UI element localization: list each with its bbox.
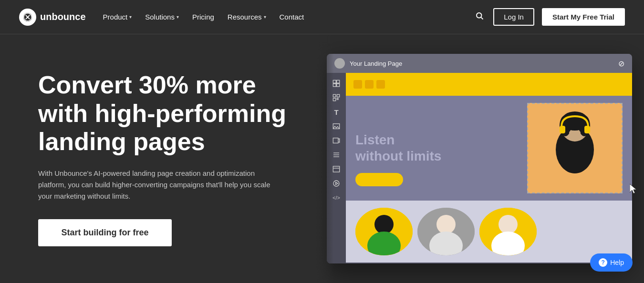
- nav-item-solutions[interactable]: Solutions ▾: [145, 13, 179, 21]
- chevron-icon: ▾: [129, 14, 132, 20]
- login-button[interactable]: Log In: [493, 8, 534, 26]
- canvas-image-box: [527, 103, 623, 193]
- svg-rect-13: [333, 138, 338, 143]
- svg-rect-27: [584, 126, 590, 133]
- tool-image[interactable]: [329, 120, 343, 133]
- nav-item-product[interactable]: Product ▾: [103, 13, 132, 21]
- svg-rect-26: [560, 126, 565, 133]
- cta-button[interactable]: Start building for free: [38, 219, 172, 246]
- svg-point-34: [436, 215, 456, 234]
- builder-titlebar: Your Landing Page ⊘: [327, 54, 632, 73]
- thumbnail-3: [479, 208, 537, 255]
- person-image: [528, 104, 622, 192]
- tool-video[interactable]: [329, 134, 343, 147]
- logo-icon: [19, 9, 36, 26]
- canvas-text-area: Listenwithout limits: [355, 132, 527, 164]
- thumbnail-2: [417, 208, 475, 255]
- svg-rect-6: [333, 84, 336, 87]
- nav-link-resources[interactable]: Resources ▾: [228, 13, 266, 21]
- svg-point-31: [374, 215, 394, 234]
- nav-link-solutions[interactable]: Solutions ▾: [145, 13, 179, 21]
- svg-rect-11: [337, 98, 338, 100]
- dot-2: [365, 80, 374, 89]
- svg-point-37: [499, 215, 518, 234]
- svg-rect-9: [337, 94, 339, 97]
- svg-point-2: [477, 13, 482, 18]
- svg-rect-8: [333, 94, 335, 97]
- avatar: [334, 58, 345, 69]
- nav-product-label: Product: [103, 13, 128, 21]
- nav-resources-label: Resources: [228, 13, 262, 21]
- tool-code[interactable]: </>: [329, 191, 343, 204]
- hero-left: Convert 30% more with high-performing la…: [0, 34, 315, 283]
- nav-item-contact[interactable]: Contact: [280, 13, 304, 21]
- trial-button[interactable]: Start My Free Trial: [542, 8, 625, 26]
- titlebar-left: Your Landing Page: [334, 58, 402, 69]
- builder-sidebar: T </>: [327, 73, 346, 263]
- person-silhouette-svg: [541, 107, 608, 192]
- canvas-headline: Listenwithout limits: [355, 132, 527, 164]
- canvas-thumbnails: [346, 201, 632, 263]
- nav-item-resources[interactable]: Resources ▾: [228, 13, 266, 21]
- tool-layout[interactable]: [329, 77, 343, 90]
- tool-list[interactable]: [329, 148, 343, 162]
- svg-marker-20: [336, 182, 338, 184]
- tool-qr[interactable]: [329, 91, 343, 104]
- tool-media[interactable]: [329, 177, 343, 190]
- builder-body: T </>: [327, 73, 632, 263]
- canvas-header-bar: [346, 73, 632, 96]
- svg-point-29: [576, 131, 581, 135]
- nav-links: Product ▾ Solutions ▾ Pricing Resources …: [103, 13, 304, 21]
- chevron-icon: ▾: [177, 14, 179, 20]
- help-icon: ?: [599, 258, 607, 267]
- svg-rect-10: [333, 98, 335, 101]
- brand-name: unbounce: [40, 11, 86, 22]
- hero-subtext: With Unbounce's AI-powered landing page …: [38, 168, 277, 202]
- svg-rect-7: [337, 84, 340, 87]
- hero-section: Convert 30% more with high-performing la…: [0, 34, 644, 283]
- nav-solutions-label: Solutions: [145, 13, 175, 21]
- cursor-indicator: [630, 184, 639, 197]
- nav-link-pricing[interactable]: Pricing: [192, 13, 214, 21]
- navbar: unbounce Product ▾ Solutions ▾ Pricing: [0, 0, 644, 34]
- nav-link-contact[interactable]: Contact: [280, 13, 304, 21]
- thumbnail-1: [355, 208, 413, 255]
- nav-pricing-label: Pricing: [192, 13, 214, 21]
- titlebar-logo-icon: ⊘: [618, 59, 624, 68]
- help-label: Help: [610, 259, 624, 266]
- nav-contact-label: Contact: [280, 13, 304, 21]
- canvas-main: Listenwithout limits: [346, 96, 632, 201]
- svg-rect-4: [333, 80, 336, 83]
- tool-text[interactable]: T: [329, 105, 343, 119]
- svg-rect-5: [337, 80, 340, 83]
- svg-rect-17: [333, 166, 339, 172]
- titlebar-text: Your Landing Page: [350, 60, 402, 67]
- help-button[interactable]: ? Help: [590, 253, 633, 272]
- nav-link-product[interactable]: Product ▾: [103, 13, 132, 21]
- hero-right: Your Landing Page ⊘ T: [315, 34, 644, 283]
- svg-line-3: [481, 17, 483, 19]
- nav-right: Log In Start My Free Trial: [473, 8, 625, 26]
- dots-group: [353, 80, 385, 89]
- svg-marker-39: [630, 184, 636, 193]
- nav-item-pricing[interactable]: Pricing: [192, 13, 214, 21]
- chevron-icon: ▾: [264, 14, 266, 20]
- builder-window: Your Landing Page ⊘ T: [327, 54, 632, 263]
- dot-1: [353, 80, 362, 89]
- builder-canvas: Listenwithout limits: [346, 73, 632, 263]
- tool-section[interactable]: [329, 162, 343, 176]
- canvas-cta-button: [355, 173, 403, 186]
- search-button[interactable]: [473, 10, 486, 24]
- hero-heading: Convert 30% more with high-performing la…: [38, 71, 286, 156]
- dot-3: [376, 80, 385, 89]
- nav-left: unbounce Product ▾ Solutions ▾ Pricing: [19, 9, 304, 26]
- logo-link[interactable]: unbounce: [19, 9, 86, 26]
- svg-point-28: [569, 131, 574, 135]
